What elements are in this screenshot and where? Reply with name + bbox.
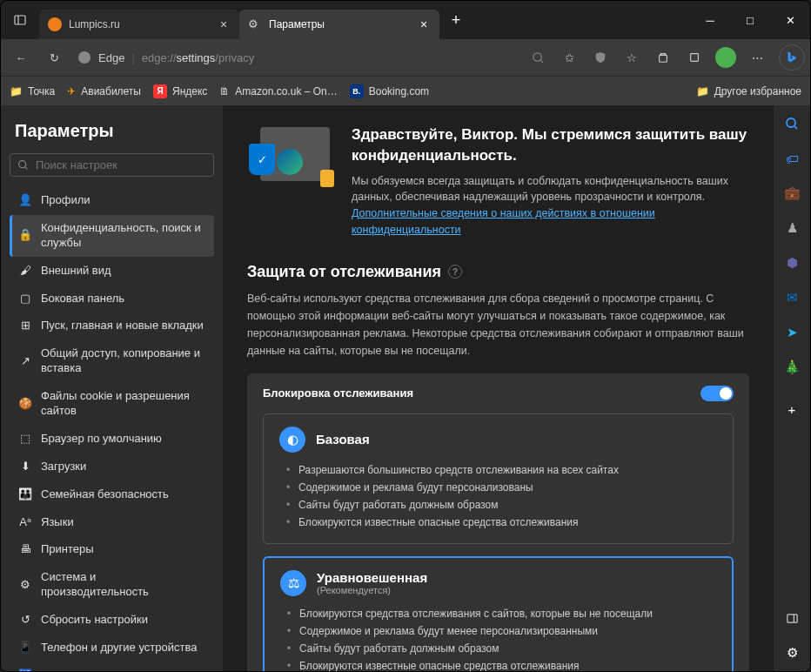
address-bar[interactable]: Edge | edge://settings/privacy	[77, 50, 254, 64]
help-icon[interactable]: ?	[448, 265, 462, 279]
nav-item[interactable]: ↺Сбросить настройки	[10, 607, 214, 634]
profile-avatar[interactable]	[711, 43, 741, 72]
nav-icon: ♿	[18, 669, 32, 671]
nav-icon: 📱	[18, 641, 32, 655]
search-icon[interactable]	[782, 114, 801, 133]
nav-item[interactable]: ⬚Браузер по умолчанию	[10, 426, 214, 453]
nav-item[interactable]: ♿Специальные возможности	[10, 662, 214, 671]
nav-icon: 🖶	[18, 542, 32, 557]
nav-item[interactable]: ▢Боковая панель	[10, 286, 214, 312]
nav-item[interactable]: 🖌Внешний вид	[10, 258, 214, 285]
favorites-bar-icon[interactable]: ☆	[617, 43, 647, 72]
edge-icon	[77, 50, 91, 64]
outlook-icon[interactable]: ✉	[782, 288, 801, 307]
office-icon[interactable]: ⬢	[782, 253, 801, 272]
option-title: Базовая	[316, 432, 370, 447]
nav-icon: ⊞	[18, 319, 32, 333]
search-box[interactable]	[10, 153, 214, 177]
svg-line-8	[25, 167, 27, 169]
nav-item[interactable]: ⚙Система и производительность	[10, 564, 214, 606]
tracking-toggle-row: Блокировка отслеживания	[263, 386, 734, 401]
browser-name: Edge	[98, 51, 124, 64]
bookmark-item[interactable]: 🗎Amazon.co.uk – On…	[219, 85, 337, 97]
telegram-icon[interactable]: ➤	[782, 323, 801, 342]
tab-lumpics[interactable]: Lumpics.ru ×	[39, 10, 239, 39]
settings-title: Параметры	[10, 121, 214, 141]
minimize-button[interactable]: ─	[690, 1, 730, 39]
toolbar: ← ↻ Edge | edge://settings/privacy ✩ ☆ ⋯	[1, 39, 810, 76]
shield-icon[interactable]	[586, 43, 615, 72]
list-item: Сайты будут работать должным образом	[286, 496, 717, 514]
favorites-icon[interactable]: ✩	[554, 43, 584, 72]
option-title: Уравновешенная	[317, 570, 427, 585]
nav-item[interactable]: 🔒Конфиденциальность, поиск и службы	[10, 215, 214, 257]
bookmark-item[interactable]: B.Booking.com	[350, 84, 429, 98]
svg-line-10	[794, 126, 797, 129]
nav-icon: ⬇	[18, 460, 32, 474]
option-basic[interactable]: ◐ Базовая Разрешаются большинство средст…	[263, 413, 734, 544]
nav-item[interactable]: 🖶Принтеры	[10, 536, 214, 563]
search-input[interactable]	[36, 158, 206, 171]
settings-icon[interactable]: ⚙	[782, 643, 801, 662]
nav-icon: ↺	[18, 613, 32, 628]
option-subtitle: (Рекомендуется)	[317, 585, 427, 595]
window-controls: ─ □ ✕	[690, 1, 810, 39]
list-item: Блокируются средства отслеживания с сайт…	[287, 605, 716, 622]
nav-item[interactable]: 🍪Файлы cookie и разрешения сайтов	[10, 383, 214, 425]
drop-icon[interactable]: 🎄	[782, 358, 801, 377]
nav-label: Браузер по умолчанию	[41, 432, 162, 447]
new-tab-button[interactable]: +	[443, 11, 469, 30]
close-icon[interactable]: ×	[217, 17, 231, 31]
greeting-illustration: ✓	[247, 124, 334, 194]
svg-line-4	[540, 60, 543, 63]
nav-icon: ⬚	[18, 432, 32, 447]
privacy-link[interactable]: Дополнительные сведения о наших действия…	[352, 207, 655, 236]
more-icon[interactable]: ⋯	[742, 43, 772, 72]
tab-settings[interactable]: ⚙ Параметры ×	[239, 10, 439, 39]
panel-icon[interactable]	[782, 608, 801, 628]
extensions-icon[interactable]	[680, 43, 709, 72]
svg-point-2	[78, 51, 90, 64]
tools-icon[interactable]: 💼	[782, 184, 801, 203]
nav-item[interactable]: AᵃЯзыки	[10, 509, 214, 536]
tracking-card: Блокировка отслеживания ◐ Базовая Разреш…	[247, 373, 749, 671]
greeting-title: Здравствуйте, Виктор. Мы стремимся защит…	[352, 124, 749, 166]
tab-actions-menu[interactable]	[1, 1, 39, 39]
tab-title: Параметры	[269, 18, 410, 30]
tab-title: Lumpics.ru	[69, 18, 210, 30]
nav-item[interactable]: ⬇Загрузки	[10, 454, 214, 480]
close-icon[interactable]: ×	[417, 17, 431, 31]
nav-icon: 👤	[18, 193, 32, 208]
option-balanced[interactable]: ⚖ Уравновешенная (Рекомендуется) Блокиру…	[263, 556, 734, 671]
other-bookmarks[interactable]: 📁Другое избранное	[696, 85, 801, 97]
nav-icon: 🖌	[18, 264, 32, 279]
bookmark-item[interactable]: ✈Авиабилеты	[67, 85, 141, 97]
back-button[interactable]: ←	[6, 43, 36, 72]
tracking-toggle[interactable]	[700, 386, 734, 401]
section-tracking-title: Защита от отслеживания ?	[247, 263, 749, 281]
add-icon[interactable]: +	[782, 400, 801, 419]
site-icon: ✈	[67, 85, 76, 97]
settings-main: ✓ Здравствуйте, Виктор. Мы стремимся защ…	[223, 105, 774, 671]
nav-item[interactable]: ⊞Пуск, главная и новые вкладки	[10, 312, 214, 339]
games-icon[interactable]: ♟	[782, 218, 801, 238]
settings-nav: Параметры 👤Профили🔒Конфиденциальность, п…	[1, 105, 223, 671]
toggle-label: Блокировка отслеживания	[263, 386, 413, 400]
nav-label: Телефон и другие устройства	[41, 641, 197, 655]
nav-icon: ⚙	[18, 578, 32, 593]
option-list: Разрешаются большинство средств отслежив…	[279, 461, 717, 531]
shopping-icon[interactable]: 🏷	[782, 149, 801, 168]
nav-item[interactable]: 👪Семейная безопасность	[10, 481, 214, 508]
bookmark-item[interactable]: ЯЯндекс	[153, 84, 207, 98]
nav-item[interactable]: ↗Общий доступ, копирование и вставка	[10, 340, 214, 382]
bookmark-item[interactable]: 📁Точка	[10, 85, 55, 97]
nav-item[interactable]: 👤Профили	[10, 187, 214, 214]
zoom-icon[interactable]	[523, 43, 553, 72]
refresh-button[interactable]: ↻	[39, 43, 69, 72]
close-button[interactable]: ✕	[770, 1, 810, 39]
maximize-button[interactable]: □	[730, 1, 770, 39]
bing-icon[interactable]	[779, 44, 805, 71]
option-list: Блокируются средства отслеживания с сайт…	[280, 605, 716, 671]
nav-item[interactable]: 📱Телефон и другие устройства	[10, 635, 214, 662]
collections-icon[interactable]	[648, 43, 678, 72]
